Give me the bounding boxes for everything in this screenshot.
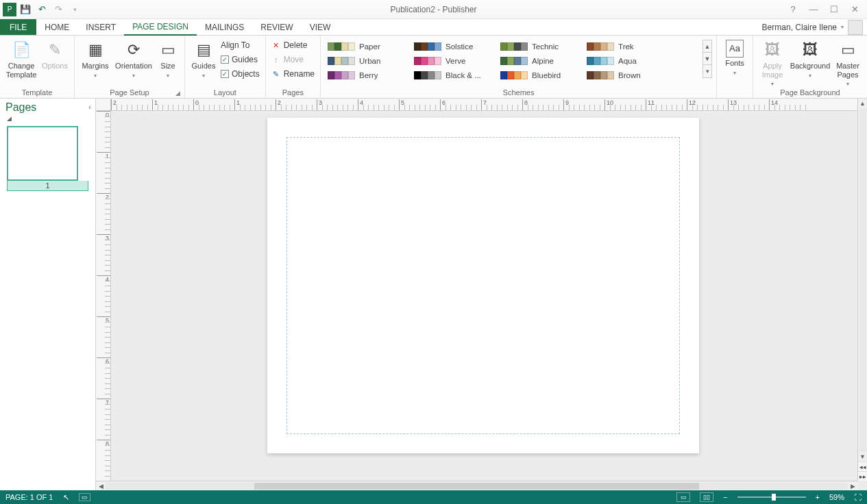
file-tab[interactable]: FILE [0, 19, 36, 35]
tab-view[interactable]: VIEW [302, 19, 339, 35]
tab-mailings[interactable]: MAILINGS [197, 19, 252, 35]
scheme-black-[interactable]: Black & ... [413, 68, 496, 82]
qat-customize[interactable]: ▾ [67, 2, 82, 17]
scroll-left[interactable]: ◀ [96, 483, 106, 490]
scheme-brown[interactable]: Brown [585, 68, 669, 82]
delete-icon: ✕ [271, 41, 281, 50]
scheme-scroll-up[interactable]: ▲ [703, 40, 711, 53]
scheme-technic[interactable]: Technic [499, 40, 583, 53]
scheme-verve[interactable]: Verve [413, 54, 496, 68]
canvas-area: 2101234567891011121314 0123456789 ▲ ▼ ◂◂… [96, 99, 867, 490]
help-button[interactable]: ? [783, 3, 803, 16]
background-icon: 🖼 [789, 38, 831, 62]
page-indicator[interactable]: PAGE: 1 OF 1 [5, 493, 53, 501]
scheme-solstice[interactable]: Solstice [413, 40, 496, 53]
hscroll-thumb[interactable] [254, 483, 700, 490]
orientation-icon: ⟳ [113, 38, 154, 62]
zoom-in-button[interactable]: + [816, 493, 820, 501]
group-page-background: 🖼 Apply Image 🖼 Background ▭ Master Page… [753, 36, 867, 98]
workspace: Pages ‹ ◢ 1 2101234567891011121314 01234… [0, 99, 867, 490]
template-icon: 📄 [4, 38, 38, 62]
scroll-right[interactable]: ▶ [848, 483, 857, 490]
view-single-page[interactable]: ▭ [676, 492, 690, 502]
margins-button[interactable]: ▦ Margins [79, 37, 112, 79]
tab-insert[interactable]: INSERT [77, 19, 124, 35]
pages-panel: Pages ‹ ◢ 1 [0, 99, 96, 490]
scheme-bluebird[interactable]: Bluebird [499, 68, 583, 82]
prev-page-nav[interactable]: ◂◂ [858, 462, 867, 471]
group-fonts: Aa Fonts [717, 36, 753, 98]
app-icon[interactable]: P [3, 3, 16, 16]
maximize-button[interactable]: ☐ [825, 3, 844, 16]
scheme-trek[interactable]: Trek [585, 40, 669, 53]
zoom-knob[interactable] [772, 494, 776, 501]
view-two-page[interactable]: ▯▯ [700, 492, 713, 502]
pointer-icon: ↖ [63, 493, 69, 502]
group-pages: ✕Delete ↕Move ✎Rename Pages [266, 36, 321, 98]
avatar [848, 20, 863, 35]
vertical-scrollbar[interactable]: ▲ ▼ ◂◂ ▸▸ [857, 99, 867, 481]
vertical-ruler[interactable]: 0123456789 [96, 111, 111, 481]
guides-button[interactable]: ▤ Guides [189, 37, 218, 79]
orientation-button[interactable]: ⟳ Orientation [113, 37, 154, 79]
ruler-origin[interactable] [96, 99, 111, 111]
scheme-scroll-down[interactable]: ▼ [703, 53, 711, 65]
options-button[interactable]: ✎ Options [40, 37, 70, 71]
pages-panel-collapse[interactable]: ‹ [88, 103, 91, 111]
scheme-aqua[interactable]: Aqua [585, 54, 669, 68]
group-label-layout: Layout [189, 88, 261, 98]
tab-home[interactable]: HOME [36, 19, 77, 35]
horizontal-scrollbar[interactable]: ◀ ▶ [96, 481, 857, 490]
fit-window-button[interactable]: ⛶ [854, 493, 862, 501]
redo-button[interactable]: ↷ [51, 2, 66, 17]
vscroll-track[interactable] [859, 108, 866, 452]
hscroll-track[interactable] [106, 483, 848, 490]
scheme-urban[interactable]: Urban [326, 54, 410, 68]
zoom-slider[interactable] [737, 496, 806, 498]
align-objects-checkbox[interactable]: ✓Objects [219, 67, 261, 81]
undo-button[interactable]: ↶ [34, 2, 49, 17]
scheme-paper[interactable]: Paper [326, 40, 410, 53]
scroll-down[interactable]: ▼ [858, 452, 867, 462]
minimize-button[interactable]: — [804, 3, 823, 16]
group-layout: ▤ Guides Align To ✓Guides ✓Objects Layou… [185, 36, 266, 98]
next-page-nav[interactable]: ▸▸ [858, 471, 867, 481]
change-template-button[interactable]: 📄 Change Template [4, 37, 38, 79]
page-thumbnail[interactable]: 1 [7, 126, 88, 191]
master-pages-button[interactable]: ▭ Master Pages [833, 37, 863, 88]
zoom-out-button[interactable]: − [723, 493, 727, 501]
scheme-scroll[interactable]: ▲ ▼ ▾ [703, 40, 712, 78]
page-canvas[interactable] [267, 118, 699, 453]
move-page-button[interactable]: ↕Move [270, 53, 316, 66]
scroll-up[interactable]: ▲ [858, 99, 867, 108]
pages-panel-title: Pages [0, 99, 95, 115]
page-margin-guide [286, 137, 680, 434]
apply-image-button[interactable]: 🖼 Apply Image [757, 37, 787, 88]
guides-icon: ▤ [189, 38, 218, 62]
tab-page-design[interactable]: PAGE DESIGN [124, 19, 197, 36]
ribbon: 📄 Change Template ✎ Options Template ▦ M… [0, 36, 867, 99]
page-thumb-number: 1 [7, 181, 88, 191]
close-button[interactable]: ✕ [845, 3, 864, 16]
apply-image-icon: 🖼 [757, 38, 787, 62]
scheme-berry[interactable]: Berry [326, 68, 410, 82]
page-setup-launcher[interactable]: ◢ [175, 90, 180, 97]
quick-access-toolbar: P 💾 ↶ ↷ ▾ [3, 2, 82, 17]
scheme-more[interactable]: ▾ [703, 65, 711, 77]
scheme-alpine[interactable]: Alpine [499, 54, 583, 68]
tab-review[interactable]: REVIEW [252, 19, 301, 35]
horizontal-ruler[interactable]: 2101234567891011121314 [111, 99, 857, 111]
pages-section-caret[interactable]: ◢ [0, 115, 95, 122]
rename-page-button[interactable]: ✎Rename [270, 67, 316, 81]
fonts-button[interactable]: Aa Fonts [721, 37, 748, 76]
group-label-page-setup: Page Setup◢ [79, 88, 180, 98]
scheme-gallery[interactable]: PaperSolsticeTechnicTrekUrbanVerveAlpine… [325, 37, 669, 82]
master-pages-icon: ▭ [833, 38, 863, 62]
align-guides-checkbox[interactable]: ✓Guides [219, 53, 261, 66]
user-menu[interactable]: Berman, Claire Ilene ▾ [762, 19, 867, 35]
zoom-level[interactable]: 59% [829, 493, 844, 501]
delete-page-button[interactable]: ✕Delete [270, 38, 316, 52]
size-button[interactable]: ▭ Size [156, 37, 180, 79]
save-button[interactable]: 💾 [18, 2, 33, 17]
background-button[interactable]: 🖼 Background [789, 37, 831, 79]
